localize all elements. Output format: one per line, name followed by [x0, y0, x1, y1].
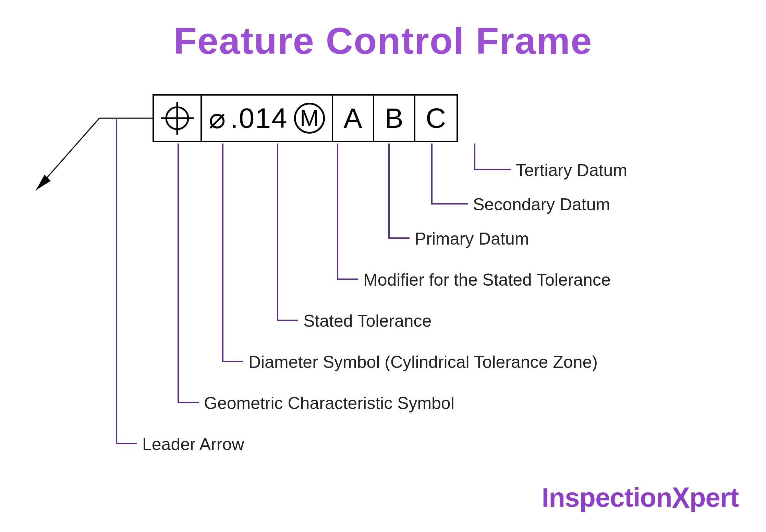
diameter-symbol-icon: ⌀ — [209, 102, 226, 135]
connector-geometric-symbol — [178, 144, 199, 403]
position-symbol-icon — [160, 101, 194, 135]
connector-tertiary-datum — [475, 144, 511, 170]
label-primary-datum: Primary Datum — [415, 229, 529, 249]
svg-marker-5 — [36, 175, 51, 190]
label-stated-tolerance: Stated Tolerance — [303, 311, 431, 331]
tolerance-cell: ⌀ .014 M — [202, 96, 333, 141]
page-title: Feature Control Frame — [0, 19, 766, 62]
connector-secondary-datum — [432, 144, 468, 204]
material-modifier-icon: M — [294, 103, 325, 134]
connector-diameter-symbol — [223, 144, 243, 361]
label-diameter-symbol: Diameter Symbol (Cylindrical Tolerance Z… — [248, 352, 598, 372]
leader-arrow-icon — [36, 118, 153, 190]
connector-stated-tolerance — [278, 144, 298, 320]
logo-x: X — [672, 480, 690, 515]
connectors-svg — [0, 0, 766, 532]
label-secondary-datum: Secondary Datum — [473, 195, 610, 214]
inspectionxpert-logo: InspectionXpert — [542, 482, 739, 513]
label-geometric-symbol: Geometric Characteristic Symbol — [204, 393, 454, 413]
label-leader-arrow: Leader Arrow — [142, 434, 244, 454]
geometric-characteristic-cell — [154, 96, 202, 141]
logo-part3: pert — [690, 482, 739, 512]
svg-line-4 — [36, 118, 99, 190]
label-modifier: Modifier for the Stated Tolerance — [363, 270, 611, 290]
label-tertiary-datum: Tertiary Datum — [516, 160, 627, 180]
feature-control-frame: ⌀ .014 M A B C — [153, 94, 458, 142]
logo-part1: Inspection — [542, 482, 672, 512]
tertiary-datum-cell: C — [415, 96, 457, 141]
connector-leader-arrow — [117, 118, 137, 444]
primary-datum-cell: A — [333, 96, 374, 141]
connector-primary-datum — [389, 144, 410, 238]
connector-modifier — [338, 144, 358, 279]
secondary-datum-cell: B — [374, 96, 415, 141]
tolerance-value: .014 — [230, 102, 288, 134]
